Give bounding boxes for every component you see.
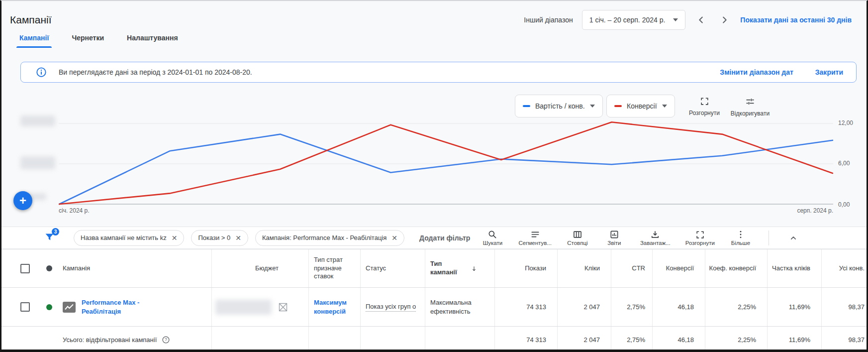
filter-chip-label: Покази > 0	[198, 234, 230, 241]
expand-icon	[695, 230, 705, 239]
row-checkbox[interactable]	[20, 302, 30, 312]
campaign-status-text[interactable]: Показ усіх груп о	[366, 303, 416, 312]
clicks-value: 2 047	[558, 288, 611, 326]
header-impressions[interactable]: Покази	[495, 249, 558, 287]
totals-label: Усього: відфільтровані кампанії	[63, 336, 157, 344]
filter-chips: Назва кампанії не містить kz ✕ Покази > …	[74, 230, 404, 246]
page-title: Кампанії	[10, 14, 52, 26]
previous-period-button[interactable]	[694, 13, 708, 27]
totals-row: Усього: відфільтровані кампанії ? 74 313…	[1, 327, 867, 352]
crossed-box-icon	[279, 303, 288, 312]
y-axis-tick-6: 6,00	[838, 160, 850, 167]
top-bar: Кампанії Інший діапазон 1 січ. – 20 серп…	[1, 1, 867, 34]
header-status[interactable]: Статус	[361, 249, 425, 287]
filter-chip-label: Назва кампанії не містить kz	[81, 234, 167, 241]
segment-icon	[530, 230, 540, 239]
totals-conversions: 46,18	[653, 327, 705, 352]
reports-button[interactable]: Звіти	[603, 230, 625, 246]
toolbar-divider	[769, 231, 769, 245]
header-conversions[interactable]: Конверсії	[653, 249, 705, 287]
click-share-value: 11,69%	[768, 288, 822, 326]
header-all-conv[interactable]: Усі конв.	[822, 249, 868, 287]
change-date-range-link[interactable]: Змінити діапазон дат	[720, 68, 793, 76]
blurred-left-axis-label	[20, 156, 55, 169]
time-series-line-chart[interactable]	[59, 112, 833, 211]
close-icon[interactable]: ✕	[172, 234, 178, 242]
chevron-left-icon	[696, 14, 707, 25]
status-dot-header	[46, 265, 52, 271]
y-axis-tick-12: 12,00	[838, 119, 853, 126]
tune-icon	[745, 97, 755, 107]
toolbar-label: Звіти	[607, 240, 621, 246]
header-bid-strategy[interactable]: Тип страт призначе ставок	[309, 249, 361, 287]
search-icon	[487, 230, 497, 239]
tab-settings[interactable]: Налаштування	[127, 34, 178, 48]
red-series-dash-icon	[614, 105, 622, 107]
totals-clicks: 2 047	[558, 327, 611, 352]
header-campaign-type[interactable]: Тип кампанії	[425, 249, 495, 287]
chevron-up-icon	[788, 233, 798, 243]
more-vertical-icon	[736, 230, 746, 239]
bid-strategy-link[interactable]: Максимум конверсій	[314, 298, 355, 316]
sort-descending-icon	[471, 265, 478, 273]
performance-chart-section: Вартість / конв. Конверсії Розгорнути Ві…	[1, 83, 867, 227]
date-range-select[interactable]: 1 січ. – 20 серп. 2024 р.	[582, 10, 686, 30]
banner-links: Змінити діапазон дат Закрити	[720, 68, 843, 76]
x-axis-label-right: серп. 2024 р.	[797, 207, 833, 214]
more-button[interactable]: Більше	[730, 230, 752, 246]
campaign-type-text: Максимальна ефективність	[430, 298, 489, 316]
campaign-name-link[interactable]: Performance Max - Реабілітація	[82, 298, 160, 316]
date-range-info-banner: Ви переглядаєте дані за період з 2024-01…	[20, 62, 857, 83]
banner-text: Ви переглядаєте дані за період з 2024-01…	[59, 68, 252, 76]
all-conv-value: 98,37	[822, 288, 868, 326]
filter-chip-campaign[interactable]: Кампанія: Performance Max - Реабілітація…	[255, 230, 404, 246]
campaigns-table-panel: 3 Назва кампанії не містить kz ✕ Покази …	[1, 227, 867, 352]
collapse-table-button[interactable]	[786, 231, 801, 245]
table-header-row: Кампанія Бюджет Тип страт призначе ставо…	[1, 249, 867, 288]
header-clicks[interactable]: Кліки	[558, 249, 611, 287]
metric-left-label: Вартість / конв.	[535, 102, 585, 110]
search-button[interactable]: Шукати	[482, 230, 503, 246]
ctr-value: 2,75%	[611, 288, 653, 326]
chevron-down-icon	[590, 105, 595, 108]
close-icon[interactable]: ✕	[235, 234, 241, 242]
expand-table-button[interactable]: Розгорнути	[685, 230, 715, 246]
filter-chip-campaign-name[interactable]: Назва кампанії не містить kz ✕	[74, 230, 184, 246]
toolbar-label: Сегментув...	[518, 240, 551, 246]
tab-drafts[interactable]: Чернетки	[72, 34, 104, 48]
page-tabs: Кампанії Чернетки Налаштування	[1, 34, 867, 55]
header-budget[interactable]: Бюджет	[212, 249, 309, 287]
segment-button[interactable]: Сегментув...	[518, 230, 551, 246]
campaign-row[interactable]: Performance Max - Реабілітація Максимум …	[1, 288, 867, 327]
toolbar-label: Шукати	[483, 240, 502, 246]
filter-chip-impressions[interactable]: Покази > 0 ✕	[191, 230, 248, 246]
select-all-checkbox[interactable]	[20, 264, 30, 273]
header-ctr[interactable]: CTR	[611, 249, 653, 287]
chevron-down-icon	[673, 18, 678, 21]
totals-ctr: 2,75%	[611, 327, 653, 352]
tab-campaigns[interactable]: Кампанії	[19, 34, 49, 48]
conversions-value: 46,18	[653, 288, 705, 326]
download-button[interactable]: Завантаж...	[640, 230, 671, 246]
help-icon[interactable]: ?	[162, 336, 170, 344]
close-banner-link[interactable]: Закрити	[815, 68, 843, 76]
table-toolbar: Шукати Сегментув... Стовпці Звіти Завант…	[482, 230, 867, 246]
add-campaign-fab[interactable]: +	[13, 191, 32, 210]
show-last-30-days-link[interactable]: Показати дані за останні 30 днів	[740, 16, 852, 24]
blurred-budget-value	[215, 300, 272, 315]
conv-rate-value: 2,25%	[705, 288, 768, 326]
columns-button[interactable]: Стовпці	[567, 230, 588, 246]
add-filter-button[interactable]: Додати фільтр	[419, 234, 470, 242]
toolbar-label: Більше	[731, 240, 750, 246]
columns-icon	[573, 230, 582, 239]
x-axis-label-left: січ. 2024 р.	[59, 207, 90, 214]
next-period-button[interactable]	[717, 13, 731, 27]
header-click-share[interactable]: Частка кліків	[768, 249, 822, 287]
close-icon[interactable]: ✕	[391, 234, 397, 242]
header-conv-rate[interactable]: Коеф. конверсії	[705, 249, 768, 287]
blurred-left-axis-label	[20, 116, 55, 126]
header-campaign[interactable]: Кампанія	[63, 249, 212, 287]
impressions-value: 74 313	[495, 288, 558, 326]
x-axis-labels: січ. 2024 р. серп. 2024 р.	[59, 207, 833, 214]
filter-funnel-button[interactable]: 3	[44, 232, 55, 244]
